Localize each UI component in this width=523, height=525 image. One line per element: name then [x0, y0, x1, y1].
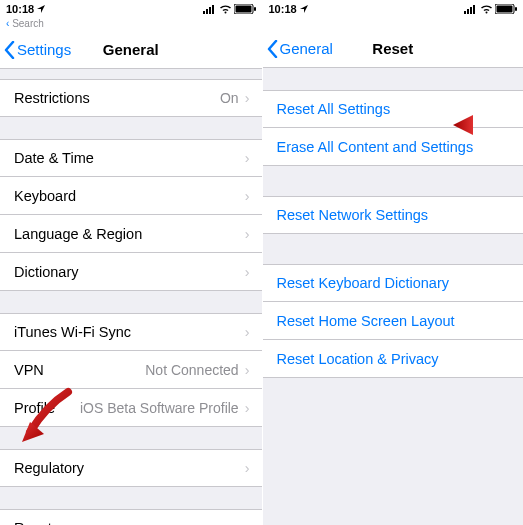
back-to-search[interactable]: ‹ Search	[0, 18, 262, 31]
svg-rect-5	[235, 6, 251, 13]
screen-general: 10:18 ‹ Search Settings General Restrict…	[0, 0, 262, 525]
chevron-right-icon: ›	[245, 400, 250, 416]
row-reset-location-privacy[interactable]: Reset Location & Privacy	[263, 340, 524, 378]
chevron-right-icon: ›	[245, 520, 250, 525]
row-erase-all-content[interactable]: Erase All Content and Settings	[263, 128, 524, 166]
row-date-time[interactable]: Date & Time ›	[0, 139, 262, 177]
svg-rect-3	[212, 5, 214, 14]
chevron-right-icon: ›	[245, 226, 250, 242]
battery-icon	[495, 4, 517, 14]
signal-icon	[464, 5, 478, 14]
status-time: 10:18	[6, 3, 34, 15]
chevron-right-icon: ›	[245, 460, 250, 476]
settings-list: Restrictions On › Date & Time › Keyboard…	[0, 69, 262, 525]
screen-reset: 10:18 General Reset Reset All Settings E…	[262, 0, 524, 525]
chevron-right-icon: ›	[245, 324, 250, 340]
row-reset-keyboard-dictionary[interactable]: Reset Keyboard Dictionary	[263, 264, 524, 302]
wifi-icon	[219, 5, 232, 14]
chevron-right-icon: ›	[245, 90, 250, 106]
row-reset-network-settings[interactable]: Reset Network Settings	[263, 196, 524, 234]
row-restrictions[interactable]: Restrictions On ›	[0, 79, 262, 117]
svg-rect-1	[206, 9, 208, 14]
svg-rect-10	[473, 5, 475, 14]
row-profile[interactable]: Profile iOS Beta Software Profile ›	[0, 389, 262, 427]
row-vpn[interactable]: VPN Not Connected ›	[0, 351, 262, 389]
reset-list: Reset All Settings Erase All Content and…	[263, 68, 524, 525]
location-icon	[37, 5, 45, 13]
chevron-left-icon	[267, 40, 278, 58]
row-regulatory[interactable]: Regulatory ›	[0, 449, 262, 487]
wifi-icon	[480, 5, 493, 14]
row-reset-all-settings[interactable]: Reset All Settings	[263, 90, 524, 128]
svg-rect-2	[209, 7, 211, 14]
location-icon	[300, 5, 308, 13]
signal-icon	[203, 5, 217, 14]
back-button[interactable]: Settings	[0, 41, 71, 59]
svg-rect-13	[515, 7, 517, 11]
svg-rect-9	[470, 7, 472, 14]
nav-bar: Settings General	[0, 31, 262, 69]
row-reset[interactable]: Reset ›	[0, 509, 262, 525]
row-itunes-wifi-sync[interactable]: iTunes Wi-Fi Sync ›	[0, 313, 262, 351]
back-button[interactable]: General	[263, 40, 333, 58]
svg-rect-12	[497, 6, 513, 13]
svg-rect-0	[203, 11, 205, 14]
row-language-region[interactable]: Language & Region ›	[0, 215, 262, 253]
chevron-right-icon: ›	[245, 362, 250, 378]
chevron-left-icon	[4, 41, 15, 59]
chevron-right-icon: ›	[245, 188, 250, 204]
svg-rect-8	[467, 9, 469, 14]
chevron-right-icon: ›	[245, 150, 250, 166]
chevron-right-icon: ›	[245, 264, 250, 280]
row-reset-home-screen-layout[interactable]: Reset Home Screen Layout	[263, 302, 524, 340]
row-dictionary[interactable]: Dictionary ›	[0, 253, 262, 291]
status-bar: 10:18	[0, 0, 262, 18]
nav-bar: General Reset	[263, 30, 524, 68]
status-bar: 10:18	[263, 0, 524, 18]
battery-icon	[234, 4, 256, 14]
row-keyboard[interactable]: Keyboard ›	[0, 177, 262, 215]
svg-rect-6	[254, 7, 256, 11]
svg-rect-7	[464, 11, 466, 14]
status-time: 10:18	[269, 3, 297, 15]
